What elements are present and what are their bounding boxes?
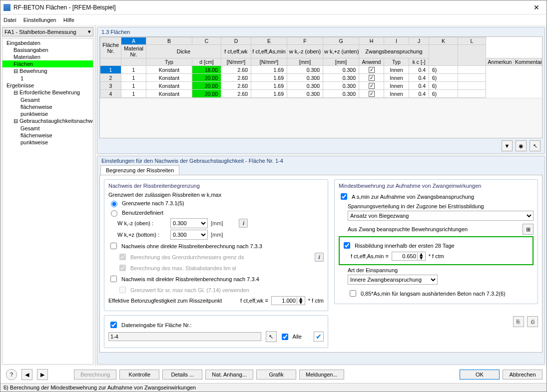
group-mindest-title: Mindestbewehrung zur Aufnahme von Zwange… xyxy=(339,183,534,189)
tree-ergebnisse[interactable]: Ergebnisse xyxy=(2,82,93,89)
opt-benutzer[interactable] xyxy=(111,210,117,217)
highlight-28-tage: Rissbildung innerhalb der ersten 28 Tage… xyxy=(339,236,534,265)
pick-range-icon[interactable]: ↖ xyxy=(266,331,277,342)
direction-icon[interactable]: ⊞ xyxy=(523,224,534,235)
paste-icon[interactable]: ⎙ xyxy=(527,316,538,327)
spannung-select[interactable]: Ansatz von Biegezwang xyxy=(348,211,534,221)
chk-ohne-direkte[interactable] xyxy=(110,243,117,249)
help-icon[interactable]: ? xyxy=(6,369,17,380)
tree-materialien[interactable]: Materialien xyxy=(2,53,93,60)
btn-nat-anhang[interactable]: Nat. Anhang... xyxy=(205,370,253,380)
btn-berechnung[interactable]: Berechnung xyxy=(74,370,116,380)
wk-bottom-select[interactable]: 0.300 xyxy=(170,230,208,240)
tree-bewehrung[interactable]: ⊟ Bewehrung xyxy=(2,67,93,75)
surfaces-grid[interactable]: FlächeNr. ABC DEFG HIJKL MaterialNr. Dic… xyxy=(100,37,542,98)
chk-mit-direkte[interactable] xyxy=(110,276,117,282)
titlebar: RF-BETON Flächen - [RFEM-Beispiel] ✕ xyxy=(0,0,547,14)
tree-gesamt[interactable]: Gesamt xyxy=(2,96,93,103)
tree-bewehrung-1[interactable]: 1 xyxy=(2,75,93,82)
settings-title: Einstellungen für den Nachweis der Gebra… xyxy=(97,156,545,165)
main-panel-title: 1.3 Flächen xyxy=(97,27,545,36)
tree-basisangaben[interactable]: Basisangaben xyxy=(2,46,93,53)
opt-grenzwerte-731[interactable] xyxy=(111,201,117,207)
nav-tree: Eingabedaten Basisangaben Materialien Fl… xyxy=(2,38,93,365)
next-icon[interactable]: ▶ xyxy=(37,369,48,380)
case-combo-value: FA1 - Stahlbeton-Bemessung xyxy=(4,29,88,35)
chk-dateneingabe[interactable] xyxy=(110,322,117,328)
tree-punktweise2[interactable]: punktweise xyxy=(2,139,93,146)
filter-icon[interactable]: ▼ xyxy=(502,140,513,151)
menubar: Datei Einstellungen Hilfe xyxy=(0,14,547,25)
chk-srmax xyxy=(119,287,126,293)
tree-flaechenweise2[interactable]: flächenweise xyxy=(2,132,93,139)
menu-file[interactable]: Datei xyxy=(3,17,16,23)
btn-grafik[interactable]: Grafik xyxy=(256,370,296,380)
wk-oben-select[interactable]: 0.300 xyxy=(170,218,208,228)
table-row[interactable]: 4 1 Konstant 20.00 2.60 1.69 0.300 0.300… xyxy=(100,90,542,98)
fctwk-spinner[interactable]: ▲▼ xyxy=(271,296,305,305)
btn-meldungen[interactable]: Meldungen... xyxy=(299,370,344,380)
chk-maxstab xyxy=(119,265,126,271)
tree-gesamt2[interactable]: Gesamt xyxy=(2,125,93,132)
table-row[interactable]: 2 1 Konstant 20.00 2.60 1.69 0.300 0.300… xyxy=(100,74,542,82)
case-combo[interactable]: FA1 - Stahlbeton-Bemessung ▾ xyxy=(2,27,93,36)
col-flaeche-nr: FlächeNr. xyxy=(100,37,121,58)
pick-icon[interactable]: ↖ xyxy=(530,140,541,151)
tree-gzg[interactable]: ⊟ Gebrauchstauglichkeitsnachweis xyxy=(2,117,93,125)
chk-riss28[interactable] xyxy=(344,242,350,249)
tree-flaechenweise[interactable]: flächenweise xyxy=(2,103,93,110)
apply-icon[interactable]: ✔ xyxy=(314,332,324,342)
group-nachweis-title: Nachweis der Rissbreitenbegrenzung xyxy=(108,183,324,189)
btn-kontrolle[interactable]: Kontrolle xyxy=(119,370,159,380)
window-title: RF-BETON Flächen - [RFEM-Beispiel] xyxy=(13,4,530,11)
einspannung-select[interactable]: Innere Zwangbeanspruchung xyxy=(348,275,438,285)
table-row[interactable]: 1 1 Konstant 18.00 2.60 1.69 0.300 0.300… xyxy=(100,66,542,74)
chk-grenzds xyxy=(119,254,126,260)
app-icon xyxy=(3,4,10,11)
prev-icon[interactable]: ◀ xyxy=(21,369,32,380)
table-row[interactable]: 3 1 Konstant 20.00 2.60 1.69 0.300 0.300… xyxy=(100,82,542,90)
chk-alle[interactable] xyxy=(282,334,288,340)
info-icon[interactable]: i xyxy=(239,219,248,228)
range-input[interactable] xyxy=(108,332,261,341)
grenzwert-label: Grenzwert der zulässigen Rissbreiten w k… xyxy=(108,192,324,198)
chk-asmin[interactable] xyxy=(341,193,347,200)
chk-langsam[interactable] xyxy=(350,290,356,297)
statusbar: 6) Berechnung der Mindestbewehrung zur A… xyxy=(0,383,547,392)
info-icon-2[interactable]: i xyxy=(315,253,324,262)
eye-icon[interactable]: ◉ xyxy=(516,140,527,151)
tab-rissbreiten[interactable]: Begrenzung der Rissbreiten xyxy=(100,165,179,175)
menu-help[interactable]: Hilfe xyxy=(63,17,74,23)
tree-flaechen[interactable]: Flächen xyxy=(2,60,93,67)
tree-eingabedaten[interactable]: Eingabedaten xyxy=(2,39,93,46)
tree-punktweise[interactable]: punktweise xyxy=(2,110,93,117)
chevron-down-icon: ▾ xyxy=(88,28,91,35)
menu-settings[interactable]: Einstellungen xyxy=(23,17,56,23)
fctmin-spinner[interactable]: ▲▼ xyxy=(392,252,426,261)
btn-ok[interactable]: OK xyxy=(460,370,500,380)
copy-icon[interactable]: ⎘ xyxy=(513,316,524,327)
btn-details[interactable]: Details ... xyxy=(162,370,202,380)
close-icon[interactable]: ✕ xyxy=(530,0,544,14)
btn-abbrechen[interactable]: Abbrechen xyxy=(503,370,543,380)
tree-erf-bewehrung[interactable]: ⊟ Erforderliche Bewehrung xyxy=(2,89,93,96)
